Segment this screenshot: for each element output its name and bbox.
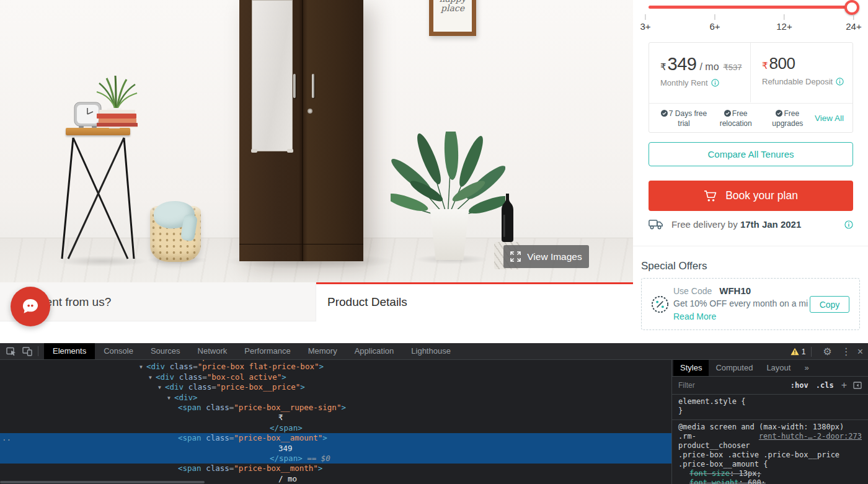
product-photo[interactable]: happy place	[0, 0, 633, 282]
dom-row[interactable]: 349	[0, 444, 671, 454]
dom-row[interactable]: ▼<div>	[0, 393, 671, 403]
element-style-rule[interactable]: element.style { }	[672, 395, 868, 420]
chat-button[interactable]	[11, 287, 50, 326]
console-warning-badge[interactable]: 1	[790, 347, 806, 356]
stylesheet-source-link[interactable]: rent-hutch-…-2-door:273	[759, 432, 862, 441]
devtools-tab-elements[interactable]: Elements	[44, 343, 95, 359]
devtools-close-icon[interactable]: ×	[855, 346, 866, 357]
dom-row[interactable]: ..<span class="price-box__amount">	[0, 433, 671, 443]
tenure-tick-12+[interactable]: 12+	[776, 14, 792, 32]
css-properties: font-size: 13px;font-weight: 600;	[678, 469, 862, 484]
monthly-rent-block: ₹ 349 / mo ₹537 Monthly Rent	[649, 43, 751, 102]
dom-row[interactable]: </span>	[0, 423, 671, 433]
delivery-text: Free delivery by 17th Jan 2021	[671, 219, 801, 230]
monthly-rent-label: Monthly Rent	[660, 78, 708, 87]
new-style-rule-button[interactable]: +	[841, 380, 847, 391]
book-stack	[97, 110, 138, 128]
deposit-info-icon[interactable]	[836, 78, 844, 86]
book-plan-button[interactable]: Book your plan	[649, 181, 853, 211]
pseudo-state-toggle[interactable]: :hov	[790, 381, 808, 390]
offer-code: WFH10	[719, 285, 751, 296]
dom-row[interactable]: <span class="price-box__month">	[0, 464, 671, 473]
devtools-tab-sources[interactable]: Sources	[142, 343, 189, 359]
page: happy place	[0, 0, 868, 484]
view-all-link[interactable]: View All	[815, 114, 844, 123]
deposit-label: Refundable Deposit	[762, 77, 833, 86]
benefit-item: Free upgrades	[763, 109, 812, 128]
deposit-amount: 800	[769, 54, 795, 73]
styles-filter-input[interactable]: Filter	[678, 381, 783, 390]
css-property[interactable]: font-size: 13px;	[678, 469, 862, 478]
purchase-panel: 3+6+12+24+ ₹ 349 / mo ₹537 Monthly Rent	[633, 0, 868, 343]
price-card: ₹ 349 / mo ₹537 Monthly Rent	[649, 42, 853, 133]
per-month: / mo	[699, 61, 719, 73]
delivery-info-icon[interactable]	[844, 220, 853, 229]
offer-code-line: Use CodeWFH10	[673, 285, 751, 296]
frame-text-bottom: place	[433, 4, 472, 13]
selector-fragment: .price-box .active .price-box__price	[678, 450, 862, 460]
deposit-rupee-sign: ₹	[762, 60, 768, 71]
overflow-dots: ..	[2, 433, 11, 443]
tab-product-details[interactable]: Product Details	[316, 282, 633, 321]
benefit-item: 7 Days free trial	[659, 109, 709, 128]
offer-description: Get 10% OFF every month on a mi...	[673, 298, 808, 308]
dom-row[interactable]: ▼<div class="price-box flat-price-box">	[0, 362, 671, 372]
devtools-tab-console[interactable]: Console	[95, 343, 142, 359]
devtools-settings-icon[interactable]: ⚙	[817, 346, 837, 357]
tenure-slider-handle[interactable]	[844, 0, 859, 15]
device-toolbar-icon[interactable]	[22, 346, 32, 356]
dom-row[interactable]: ▼<div class="price-box__price">	[0, 382, 671, 392]
monthly-rent-info-icon[interactable]	[711, 79, 719, 87]
devtools-tab-performance[interactable]: Performance	[236, 343, 299, 359]
styles-tab-styles[interactable]: Styles	[673, 360, 709, 376]
wardrobe-handle-left	[293, 74, 296, 98]
styles-filter-bar: Filter :hov .cls +	[672, 377, 868, 395]
devtools-tab-network[interactable]: Network	[189, 343, 236, 359]
devtools-toolbar: ElementsConsoleSourcesNetworkPerformance…	[0, 343, 868, 360]
media-css-rule[interactable]: @media screen and (max-width: 1380px) .r…	[672, 420, 868, 484]
css-property[interactable]: font-weight: 600;	[678, 478, 862, 484]
tenure-slider-track[interactable]	[649, 6, 858, 9]
old-price: ₹537	[724, 63, 742, 72]
devtools-tab-lighthouse[interactable]: Lighthouse	[402, 343, 459, 359]
warning-icon	[790, 347, 799, 356]
dom-row[interactable]: </span> == $0	[0, 454, 671, 464]
wardrobe-handle-right	[312, 74, 314, 98]
wardrobe-mirror	[252, 0, 293, 151]
copy-code-button[interactable]: Copy	[810, 296, 849, 313]
view-images-label: View Images	[527, 251, 582, 262]
inspect-element-icon[interactable]	[6, 346, 16, 356]
styles-pane: StylesComputedLayout» Filter :hov .cls +…	[671, 360, 868, 484]
check-icon	[661, 110, 668, 117]
devtools-tab-application[interactable]: Application	[346, 343, 403, 359]
dom-row[interactable]: <span class="price-box__rupee-sign">	[0, 403, 671, 413]
dom-tree: ▼<div class="price-box-holder">▼<div cla…	[0, 360, 671, 484]
view-images-button[interactable]: View Images	[503, 245, 589, 268]
wall-art-frame: happy place	[429, 0, 476, 36]
class-toggle[interactable]: .cls	[816, 381, 834, 390]
devtools-menu-icon[interactable]: ⋮	[838, 346, 855, 357]
warning-count: 1	[802, 347, 806, 356]
selector-fragment: .price-box__amount {	[678, 460, 862, 469]
styles-tab-more[interactable]: »	[797, 360, 815, 376]
styles-tab-layout[interactable]: Layout	[760, 360, 797, 376]
truck-icon	[649, 219, 663, 230]
dom-horizontal-scrollbar[interactable]	[0, 481, 205, 483]
dock-sidebar-icon[interactable]	[853, 382, 862, 389]
dom-row[interactable]: ▼<div class="box-col active">	[0, 372, 671, 382]
check-icon	[776, 110, 782, 117]
styles-tab-computed[interactable]: Computed	[709, 360, 760, 376]
tenure-tick-6+[interactable]: 6+	[709, 14, 720, 32]
dom-row[interactable]: ₹	[0, 413, 671, 423]
tenure-tick-3+[interactable]: 3+	[640, 14, 650, 32]
styles-tabs: StylesComputedLayout»	[672, 360, 868, 377]
selector-fragment: .rm-	[678, 432, 696, 441]
rupee-sign: ₹	[660, 61, 666, 73]
compare-tenures-button[interactable]: Compare All Tenures	[649, 142, 853, 166]
read-more-link[interactable]: Read More	[673, 311, 716, 321]
selector-lines: product__chooser.price-box .active .pric…	[678, 441, 862, 469]
tenure-tick-24+[interactable]: 24+	[846, 14, 861, 32]
monthly-amount: 349	[668, 54, 697, 74]
side-table-legs	[55, 132, 141, 264]
devtools-tab-memory[interactable]: Memory	[299, 343, 346, 359]
